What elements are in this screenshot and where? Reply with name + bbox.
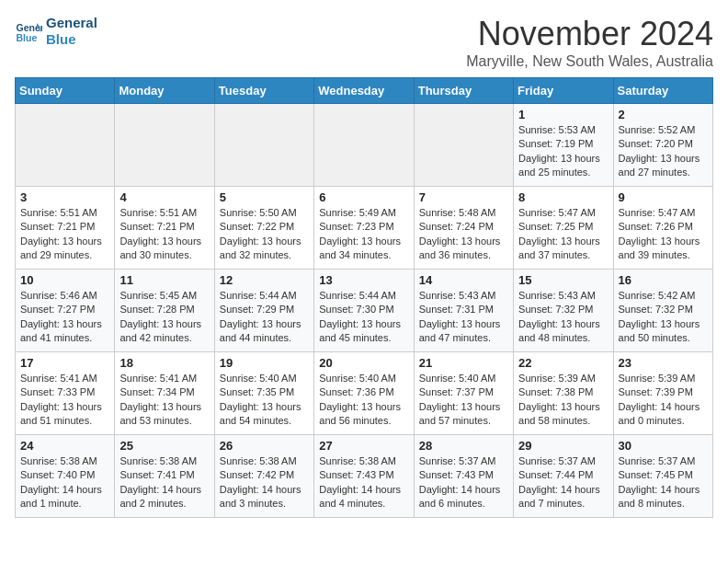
calendar-cell: 29Sunrise: 5:37 AM Sunset: 7:44 PM Dayli… <box>514 435 613 518</box>
calendar-cell: 16Sunrise: 5:42 AM Sunset: 7:32 PM Dayli… <box>613 270 712 352</box>
day-info: Sunrise: 5:38 AM Sunset: 7:41 PM Dayligh… <box>119 454 209 511</box>
calendar-cell: 30Sunrise: 5:37 AM Sunset: 7:45 PM Dayli… <box>613 435 712 518</box>
day-number: 29 <box>518 439 608 453</box>
header-wednesday: Wednesday <box>314 78 414 104</box>
week-row-2: 3Sunrise: 5:51 AM Sunset: 7:21 PM Daylig… <box>16 187 713 270</box>
week-row-3: 10Sunrise: 5:46 AM Sunset: 7:27 PM Dayli… <box>16 270 713 352</box>
calendar-cell: 15Sunrise: 5:43 AM Sunset: 7:32 PM Dayli… <box>514 270 613 352</box>
day-number: 23 <box>619 356 708 370</box>
day-info: Sunrise: 5:37 AM Sunset: 7:44 PM Dayligh… <box>518 454 608 511</box>
calendar-cell <box>314 104 414 187</box>
header-row: SundayMondayTuesdayWednesdayThursdayFrid… <box>16 78 713 104</box>
calendar-subtitle: Maryville, New South Wales, Australia <box>466 53 713 70</box>
day-info: Sunrise: 5:44 AM Sunset: 7:29 PM Dayligh… <box>220 289 309 346</box>
day-number: 4 <box>119 190 209 204</box>
calendar-cell: 6Sunrise: 5:49 AM Sunset: 7:23 PM Daylig… <box>314 187 414 270</box>
day-info: Sunrise: 5:38 AM Sunset: 7:42 PM Dayligh… <box>220 454 309 511</box>
day-number: 21 <box>419 356 508 370</box>
day-info: Sunrise: 5:40 AM Sunset: 7:35 PM Dayligh… <box>220 372 309 429</box>
day-number: 10 <box>20 273 109 287</box>
day-info: Sunrise: 5:48 AM Sunset: 7:24 PM Dayligh… <box>419 206 508 263</box>
day-info: Sunrise: 5:41 AM Sunset: 7:33 PM Dayligh… <box>20 372 109 429</box>
calendar-cell: 28Sunrise: 5:37 AM Sunset: 7:43 PM Dayli… <box>414 435 513 518</box>
day-number: 13 <box>319 273 408 287</box>
day-info: Sunrise: 5:37 AM Sunset: 7:43 PM Dayligh… <box>419 454 508 511</box>
page-header: General Blue General Blue November 2024 … <box>15 15 713 70</box>
calendar-cell: 14Sunrise: 5:43 AM Sunset: 7:31 PM Dayli… <box>414 270 513 352</box>
header-tuesday: Tuesday <box>214 78 313 104</box>
day-number: 19 <box>220 356 309 370</box>
day-number: 20 <box>319 356 408 370</box>
logo: General Blue General Blue <box>15 15 97 48</box>
calendar-cell: 17Sunrise: 5:41 AM Sunset: 7:33 PM Dayli… <box>16 352 115 435</box>
day-info: Sunrise: 5:38 AM Sunset: 7:40 PM Dayligh… <box>20 454 109 511</box>
day-info: Sunrise: 5:43 AM Sunset: 7:32 PM Dayligh… <box>518 289 608 346</box>
calendar-cell: 7Sunrise: 5:48 AM Sunset: 7:24 PM Daylig… <box>414 187 513 270</box>
calendar-cell: 4Sunrise: 5:51 AM Sunset: 7:21 PM Daylig… <box>115 187 214 270</box>
logo-icon: General Blue <box>15 17 42 45</box>
day-number: 18 <box>119 356 209 370</box>
calendar-cell: 1Sunrise: 5:53 AM Sunset: 7:19 PM Daylig… <box>514 104 613 187</box>
week-row-4: 17Sunrise: 5:41 AM Sunset: 7:33 PM Dayli… <box>16 352 713 435</box>
header-sunday: Sunday <box>16 78 115 104</box>
day-info: Sunrise: 5:51 AM Sunset: 7:21 PM Dayligh… <box>20 206 109 263</box>
day-number: 14 <box>419 273 508 287</box>
day-number: 24 <box>20 439 109 453</box>
logo-line2: Blue <box>46 31 97 48</box>
day-number: 25 <box>119 439 209 453</box>
day-number: 17 <box>20 356 109 370</box>
day-number: 11 <box>119 273 209 287</box>
calendar-cell: 9Sunrise: 5:47 AM Sunset: 7:26 PM Daylig… <box>613 187 712 270</box>
day-number: 3 <box>20 190 109 204</box>
day-info: Sunrise: 5:42 AM Sunset: 7:32 PM Dayligh… <box>619 289 708 346</box>
calendar-cell: 19Sunrise: 5:40 AM Sunset: 7:35 PM Dayli… <box>214 352 313 435</box>
calendar-cell <box>16 104 115 187</box>
header-friday: Friday <box>514 78 613 104</box>
calendar-cell <box>115 104 214 187</box>
title-section: November 2024 Maryville, New South Wales… <box>466 15 713 70</box>
day-info: Sunrise: 5:46 AM Sunset: 7:27 PM Dayligh… <box>20 289 109 346</box>
header-thursday: Thursday <box>414 78 513 104</box>
day-number: 22 <box>518 356 608 370</box>
day-number: 5 <box>220 190 309 204</box>
calendar-cell: 26Sunrise: 5:38 AM Sunset: 7:42 PM Dayli… <box>214 435 313 518</box>
calendar-cell: 27Sunrise: 5:38 AM Sunset: 7:43 PM Dayli… <box>314 435 414 518</box>
calendar-cell: 13Sunrise: 5:44 AM Sunset: 7:30 PM Dayli… <box>314 270 414 352</box>
day-number: 15 <box>518 273 608 287</box>
day-number: 7 <box>419 190 508 204</box>
day-number: 26 <box>220 439 309 453</box>
day-info: Sunrise: 5:49 AM Sunset: 7:23 PM Dayligh… <box>319 206 408 263</box>
calendar-cell: 18Sunrise: 5:41 AM Sunset: 7:34 PM Dayli… <box>115 352 214 435</box>
day-info: Sunrise: 5:47 AM Sunset: 7:25 PM Dayligh… <box>518 206 608 263</box>
day-info: Sunrise: 5:40 AM Sunset: 7:37 PM Dayligh… <box>419 372 508 429</box>
calendar-table: SundayMondayTuesdayWednesdayThursdayFrid… <box>15 77 713 518</box>
day-info: Sunrise: 5:47 AM Sunset: 7:26 PM Dayligh… <box>619 206 708 263</box>
day-info: Sunrise: 5:43 AM Sunset: 7:31 PM Dayligh… <box>419 289 508 346</box>
week-row-5: 24Sunrise: 5:38 AM Sunset: 7:40 PM Dayli… <box>16 435 713 518</box>
calendar-cell <box>414 104 513 187</box>
day-number: 12 <box>220 273 309 287</box>
week-row-1: 1Sunrise: 5:53 AM Sunset: 7:19 PM Daylig… <box>16 104 713 187</box>
day-number: 9 <box>619 190 708 204</box>
day-info: Sunrise: 5:50 AM Sunset: 7:22 PM Dayligh… <box>220 206 309 263</box>
day-number: 16 <box>619 273 708 287</box>
day-info: Sunrise: 5:44 AM Sunset: 7:30 PM Dayligh… <box>319 289 408 346</box>
calendar-cell: 8Sunrise: 5:47 AM Sunset: 7:25 PM Daylig… <box>514 187 613 270</box>
calendar-cell: 24Sunrise: 5:38 AM Sunset: 7:40 PM Dayli… <box>16 435 115 518</box>
calendar-title: November 2024 <box>466 15 713 53</box>
calendar-cell: 23Sunrise: 5:39 AM Sunset: 7:39 PM Dayli… <box>613 352 712 435</box>
day-info: Sunrise: 5:52 AM Sunset: 7:20 PM Dayligh… <box>619 123 708 180</box>
calendar-cell: 25Sunrise: 5:38 AM Sunset: 7:41 PM Dayli… <box>115 435 214 518</box>
calendar-cell: 11Sunrise: 5:45 AM Sunset: 7:28 PM Dayli… <box>115 270 214 352</box>
calendar-cell: 21Sunrise: 5:40 AM Sunset: 7:37 PM Dayli… <box>414 352 513 435</box>
day-info: Sunrise: 5:40 AM Sunset: 7:36 PM Dayligh… <box>319 372 408 429</box>
calendar-cell <box>214 104 313 187</box>
svg-text:Blue: Blue <box>17 32 38 43</box>
calendar-cell: 5Sunrise: 5:50 AM Sunset: 7:22 PM Daylig… <box>214 187 313 270</box>
day-number: 28 <box>419 439 508 453</box>
day-number: 2 <box>619 108 708 121</box>
day-info: Sunrise: 5:53 AM Sunset: 7:19 PM Dayligh… <box>518 123 608 180</box>
day-number: 6 <box>319 190 408 204</box>
calendar-cell: 22Sunrise: 5:39 AM Sunset: 7:38 PM Dayli… <box>514 352 613 435</box>
day-info: Sunrise: 5:39 AM Sunset: 7:38 PM Dayligh… <box>518 372 608 429</box>
